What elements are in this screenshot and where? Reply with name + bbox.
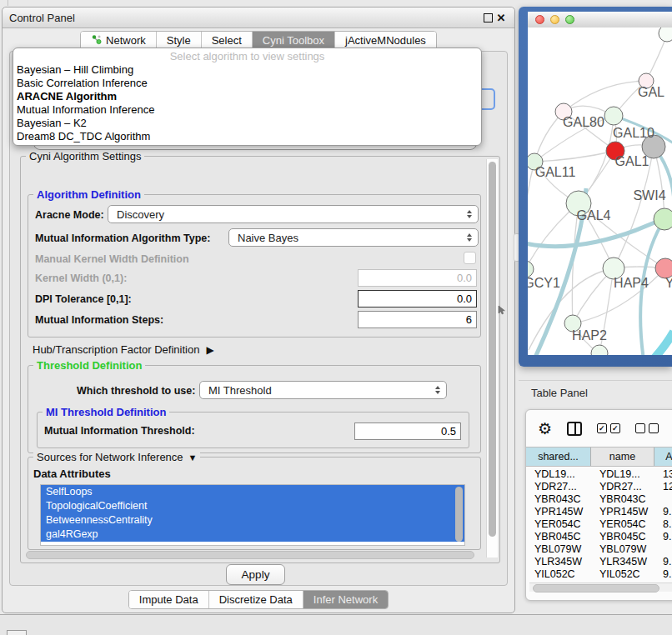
table-cell: 8. [654, 518, 672, 531]
table-cell: YBR043C [526, 493, 591, 506]
table-cell: YBL079W [526, 543, 591, 556]
tab-label: Network [106, 34, 146, 47]
network-node[interactable] [528, 261, 534, 278]
column-header-shared-[interactable]: shared... [526, 448, 591, 466]
mi-algorithm-type-combobox[interactable]: Naive Bayes [228, 228, 479, 247]
bottom-tabs: Impute DataDiscretize DataInfer Network [3, 590, 514, 609]
dropdown-item-bayesian-k2[interactable]: Bayesian – K2 [13, 117, 481, 130]
tab-discretize-data[interactable]: Discretize Data [208, 591, 303, 608]
float-window-button[interactable] [481, 11, 494, 24]
tab-infer-network[interactable]: Infer Network [303, 591, 388, 608]
minimized-panel-button[interactable] [7, 630, 27, 635]
network-node[interactable] [604, 107, 623, 125]
manual-kernel-width-checkbox[interactable] [464, 252, 476, 264]
settings-vscrollbar-thumb[interactable] [489, 162, 496, 537]
zoom-traffic-light[interactable] [565, 15, 574, 24]
table-hscrollbar-track[interactable] [529, 582, 672, 592]
tab-cyni-toolbox[interactable]: Cyni Toolbox [252, 32, 334, 49]
tab-impute-data[interactable]: Impute Data [129, 591, 208, 608]
network-node[interactable] [654, 208, 672, 230]
tab-style[interactable]: Style [156, 32, 201, 49]
table-cell: 9. [654, 531, 672, 543]
table-body: YDL19...YDL19...13YDR27...YDR27...12YBR0… [526, 467, 672, 581]
mi-threshold-input[interactable] [354, 422, 461, 440]
column-header-name[interactable]: name [591, 448, 654, 466]
aracne-mode-combobox[interactable]: Discovery [108, 205, 479, 223]
attribute-item-selfloops[interactable]: SelfLoops [41, 485, 464, 499]
network-canvas[interactable]: GALGAL80GAL10GAL1GAL11SWI4GAL4GCY1HAP4YH… [528, 28, 672, 355]
table-cell: YER054C [526, 518, 591, 531]
dpi-tolerance-field-wrap [358, 290, 477, 308]
table-toolbar: ⚙ ✓✓ [526, 410, 672, 447]
table-cell: YPR145W [526, 506, 591, 518]
table-row[interactable]: YER054CYER054C8. [526, 518, 672, 531]
settings-vscrollbar-track[interactable] [486, 159, 498, 558]
table-row[interactable]: YDL19...YDL19...13 [526, 468, 672, 481]
tab-select[interactable]: Select [201, 32, 252, 49]
tab-jactivemnodules[interactable]: jActiveMNodules [334, 32, 436, 49]
algorithm-dropdown: Select algorithm to view settings Bayesi… [13, 48, 482, 146]
data-attributes-list[interactable]: SelfLoopsTopologicalCoefficientBetweenne… [40, 484, 465, 546]
control-panel-titlebar: Control Panel ✕ [3, 8, 514, 28]
sources-group-title: Sources for Network Inference [37, 451, 183, 463]
mi-steps-field-wrap [358, 311, 477, 328]
table-cell: 9. [654, 568, 672, 581]
table-cell: YBR045C [591, 531, 654, 543]
sources-group-title-wrap[interactable]: Sources for Network Inference ▼ [33, 451, 200, 463]
combo-stepper-icon [467, 233, 472, 242]
node-label-hap2: HAP2 [572, 328, 607, 342]
table-hscrollbar-thumb[interactable] [533, 584, 659, 592]
settings-hscrollbar-thumb[interactable] [26, 551, 474, 559]
hub-definition-expander[interactable]: Hub/Transcription Factor Definition ▶ [33, 343, 214, 356]
close-window-button[interactable]: ✕ [494, 11, 508, 24]
tab-network[interactable]: Network [81, 32, 156, 49]
table-cell [654, 543, 672, 556]
node-label-hap4: HAP4 [614, 276, 649, 290]
mi-threshold-label: Mutual Information Threshold: [44, 425, 195, 437]
table-row[interactable]: YBL079WYBL079W [526, 543, 672, 556]
tab-label: Cyni Toolbox [263, 34, 324, 47]
list-vscrollbar-thumb[interactable] [455, 487, 463, 542]
column-view-icon[interactable] [567, 422, 582, 436]
table-row[interactable]: YIL052CYIL052C9. [526, 568, 672, 581]
network-node[interactable] [659, 28, 672, 42]
network-node[interactable] [591, 345, 608, 355]
dpi-tolerance-input[interactable] [358, 290, 477, 308]
mi-steps-input[interactable] [358, 311, 477, 328]
dropdown-item-bayesian-hill-climbing[interactable]: Bayesian – Hill Climbing [13, 63, 481, 77]
node-label-gal80: GAL80 [563, 115, 604, 129]
dropdown-item-basic-correlation-inference[interactable]: Basic Correlation Inference [13, 77, 481, 90]
which-threshold-combobox[interactable]: MI Threshold [199, 381, 447, 399]
select-all-icon[interactable]: ✓✓ [597, 423, 620, 433]
mouse-cursor [498, 305, 506, 315]
dropdown-item-aracne-algorithm[interactable]: ARACNE Algorithm [13, 90, 481, 103]
close-traffic-light[interactable] [535, 15, 544, 24]
attribute-item-topologicalcoefficient[interactable]: TopologicalCoefficient [41, 499, 464, 513]
table-row[interactable]: YBR045CYBR045C9. [526, 531, 672, 543]
deselect-all-icon[interactable] [635, 423, 659, 433]
data-attributes-label: Data Attributes [33, 468, 111, 480]
algorithm-definition-title: Algorithm Definition [33, 188, 144, 201]
mi-algorithm-type-value: Naive Bayes [238, 232, 298, 244]
mi-threshold-group-title: MI Threshold Definition [43, 406, 169, 418]
attribute-item-betweennesscentrality[interactable]: BetweennessCentrality [41, 513, 464, 528]
network-graph: GALGAL80GAL10GAL1GAL11SWI4GAL4GCY1HAP4YH… [528, 28, 672, 355]
table-row[interactable]: YDR27...YDR27...12 [526, 481, 672, 493]
tab-label: Select [212, 34, 242, 47]
dropdown-item-dream8-dc-tdc-algorithm[interactable]: Dream8 DC_TDC Algorithm [13, 130, 481, 143]
table-row[interactable]: YPR145WYPR145W9. [526, 506, 672, 518]
tab-label: Discretize Data [219, 593, 293, 606]
column-header-a[interactable]: A [654, 448, 672, 466]
attribute-item-gal4rgexp[interactable]: gal4RGexp [41, 528, 464, 542]
manual-kernel-width-label: Manual Kernel Width Definition [35, 253, 189, 265]
node-label-gal11: GAL11 [535, 165, 576, 179]
kernel-width-field-wrap [358, 269, 477, 287]
dropdown-item-mutual-information-inference[interactable]: Mutual Information Inference [13, 103, 481, 117]
table-row[interactable]: YLR345WYLR345W9. [526, 556, 672, 568]
minimize-traffic-light[interactable] [550, 15, 559, 24]
dpi-tolerance-label: DPI Tolerance [0,1]: [35, 293, 132, 305]
apply-button[interactable]: Apply [226, 564, 285, 585]
table-row[interactable]: YBR043CYBR043C [526, 493, 672, 506]
kernel-width-input[interactable] [358, 269, 477, 287]
settings-gear-icon[interactable]: ⚙ [538, 421, 552, 437]
